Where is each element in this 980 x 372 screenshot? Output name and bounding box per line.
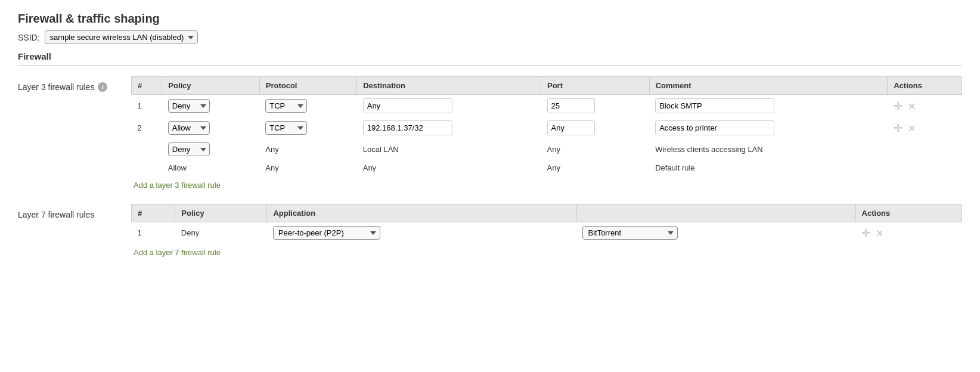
destination-input-2[interactable] <box>363 120 452 135</box>
l7-add-row-icon[interactable]: ✛ <box>861 227 870 239</box>
policy-select-3[interactable]: Deny Allow <box>168 142 210 156</box>
l7-row-actions: ✛ ✕ <box>855 222 962 244</box>
l7-row-app: Peer-to-peer (P2P) Video Streaming Socia… <box>267 222 577 244</box>
l7-col-actions: Actions <box>855 204 962 222</box>
row-actions-4 <box>888 160 962 176</box>
l7-col-policy: Policy <box>175 204 267 222</box>
table-row: Allow Any Any Any Default rule <box>132 160 962 176</box>
policy-select-1[interactable]: Deny Allow <box>168 99 210 113</box>
row-num: 1 <box>132 95 162 117</box>
row-protocol: TCP UDP Any <box>259 117 356 139</box>
row-actions-3 <box>888 139 962 160</box>
row-protocol-static-4: Any <box>259 160 356 176</box>
col-destination: Destination <box>357 77 541 95</box>
row-port <box>541 117 650 139</box>
l7-row-sub: BitTorrent eDonkey Gnutella Kazaa <box>576 222 855 244</box>
l7-row-num: 1 <box>132 222 175 244</box>
row-num <box>132 160 162 176</box>
l7-row-policy: Deny <box>175 222 267 244</box>
col-policy: Policy <box>162 77 259 95</box>
l7-app-select[interactable]: Peer-to-peer (P2P) Video Streaming Socia… <box>273 226 380 240</box>
l7-col-hash: # <box>132 204 175 222</box>
table-row: 1 Deny Allow TCP UDP Any <box>132 95 962 117</box>
row-comment-static-3: Wireless clients accessing LAN <box>649 139 888 160</box>
row-port <box>541 95 650 117</box>
row-destination <box>357 95 541 117</box>
firewall-section-title: Firewall <box>18 51 962 66</box>
layer3-table: # Policy Protocol Destination Port Comme… <box>131 76 962 176</box>
protocol-select-2[interactable]: TCP UDP Any <box>265 121 307 135</box>
row-policy: Deny Allow <box>162 139 259 160</box>
row-actions-1: ✛ ✕ <box>888 95 962 117</box>
add-layer3-rule-link[interactable]: Add a layer 3 firewall rule <box>134 181 221 190</box>
col-comment: Comment <box>649 77 888 95</box>
policy-select-2[interactable]: Deny Allow <box>168 121 210 135</box>
layer3-section: Layer 3 firewall rules i # Policy Protoc… <box>18 76 962 190</box>
row-protocol-static-3: Any <box>259 139 356 160</box>
row-actions-2: ✛ ✕ <box>888 117 962 139</box>
add-row-icon-1[interactable]: ✛ <box>894 100 903 112</box>
port-input-2[interactable] <box>547 120 595 135</box>
row-comment-static-4: Default rule <box>649 160 888 176</box>
layer3-table-wrap: # Policy Protocol Destination Port Comme… <box>131 76 962 190</box>
protocol-select-1[interactable]: TCP UDP Any <box>265 99 307 113</box>
row-num: 2 <box>132 117 162 139</box>
row-port-static-3: Any <box>541 139 650 160</box>
row-destination-static-4: Any <box>357 160 541 176</box>
col-hash: # <box>132 77 162 95</box>
layer7-table-wrap: # Policy Application Actions 1 Deny Peer… <box>131 204 962 257</box>
ssid-label: SSID: <box>18 33 40 42</box>
col-protocol: Protocol <box>259 77 356 95</box>
row-destination-static-3: Local LAN <box>357 139 541 160</box>
layer7-table: # Policy Application Actions 1 Deny Peer… <box>131 204 962 243</box>
l7-delete-row-icon[interactable]: ✕ <box>876 228 883 238</box>
l7-col-application: Application <box>267 204 577 222</box>
layer3-label: Layer 3 firewall rules i <box>18 76 113 190</box>
layer3-info-icon[interactable]: i <box>98 82 107 92</box>
col-actions: Actions <box>888 77 962 95</box>
l7-sub-select[interactable]: BitTorrent eDonkey Gnutella Kazaa <box>582 226 678 240</box>
delete-row-icon-2[interactable]: ✕ <box>908 123 916 134</box>
layer7-section: Layer 7 firewall rules # Policy Applicat… <box>18 204 962 257</box>
row-policy-static-4: Allow <box>162 160 259 176</box>
add-layer7-rule-link[interactable]: Add a layer 7 firewall rule <box>134 248 221 257</box>
row-protocol: TCP UDP Any <box>259 95 356 117</box>
destination-input-1[interactable] <box>363 98 452 113</box>
row-comment <box>649 95 888 117</box>
row-policy: Deny Allow <box>162 117 259 139</box>
row-port-static-4: Any <box>541 160 650 176</box>
page-title: Firewall & traffic shaping <box>18 12 962 26</box>
table-row: Deny Allow Any Local LAN Any Wireless cl… <box>132 139 962 160</box>
table-row: 1 Deny Peer-to-peer (P2P) Video Streamin… <box>132 222 962 244</box>
delete-row-icon-1[interactable]: ✕ <box>908 101 916 111</box>
add-row-icon-2[interactable]: ✛ <box>894 122 903 134</box>
l7-col-empty <box>576 204 855 222</box>
row-policy: Deny Allow <box>162 95 259 117</box>
row-num <box>132 139 162 160</box>
row-destination <box>357 117 541 139</box>
table-row: 2 Deny Allow TCP UDP Any <box>132 117 962 139</box>
col-port: Port <box>541 77 650 95</box>
comment-input-2[interactable] <box>655 120 774 135</box>
comment-input-1[interactable] <box>655 98 774 113</box>
layer7-label: Layer 7 firewall rules <box>18 204 113 257</box>
port-input-1[interactable] <box>547 98 595 113</box>
ssid-select[interactable]: sample secure wireless LAN (disabled)sam… <box>45 30 198 44</box>
row-comment <box>649 117 888 139</box>
